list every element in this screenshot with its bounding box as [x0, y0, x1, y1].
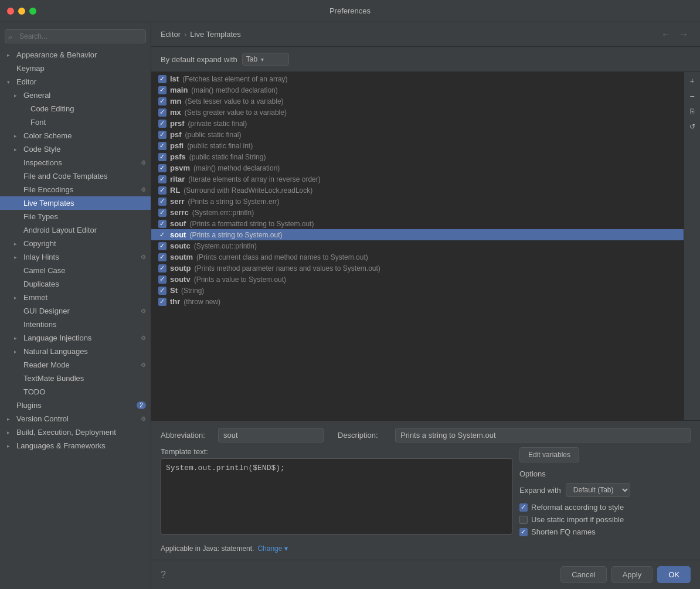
template-checkbox[interactable] [158, 198, 166, 206]
maximize-button[interactable] [29, 8, 36, 15]
back-button[interactable]: ← [659, 28, 673, 41]
template-row[interactable]: psvm (main() method declaration) [151, 162, 684, 173]
sidebar-items-container: ▸Appearance & BehaviorKeymap▾Editor▸Gene… [0, 48, 151, 452]
template-checkbox[interactable] [158, 287, 166, 295]
template-row[interactable]: main (main() method declaration) [151, 84, 684, 96]
minimize-button[interactable] [18, 8, 25, 15]
expand-with-dropdown[interactable]: Default (Tab)TabEnterSpace [566, 483, 630, 497]
template-description: (Prints a string to System.err) [188, 198, 280, 206]
option-checkbox-reformat[interactable] [519, 503, 528, 512]
template-checkbox[interactable] [158, 264, 166, 273]
sidebar-item-color-scheme[interactable]: ▸Color Scheme [0, 129, 151, 142]
template-row[interactable]: mx (Sets greater value to a variable) [151, 107, 684, 118]
cancel-button[interactable]: Cancel [560, 566, 606, 583]
sidebar-item-textmate-bundles[interactable]: TextMate Bundles [0, 372, 151, 385]
sidebar-item-inlay-hints[interactable]: ▸Inlay Hints⚙ [0, 250, 151, 264]
template-checkbox[interactable] [158, 164, 166, 172]
copy-template-button[interactable]: ⎘ [686, 105, 699, 118]
help-button[interactable]: ? [161, 570, 166, 580]
abbreviation-label: Abbreviation: [161, 431, 213, 440]
template-row[interactable]: psf (public static final) [151, 129, 684, 140]
sidebar-item-emmet[interactable]: ▸Emmet [0, 291, 151, 304]
add-template-button[interactable]: + [686, 74, 699, 87]
template-checkbox[interactable] [158, 231, 166, 239]
template-row[interactable]: prsf (private static final) [151, 118, 684, 129]
template-row[interactable]: psfi (public static final int) [151, 140, 684, 151]
template-checkbox[interactable] [158, 120, 166, 128]
template-row[interactable]: serr (Prints a string to System.err) [151, 196, 684, 207]
sidebar-item-duplicates[interactable]: Duplicates [0, 277, 151, 291]
abbreviation-input[interactable] [218, 428, 324, 442]
template-row[interactable]: St (String) [151, 285, 684, 296]
remove-template-button[interactable]: − [686, 90, 699, 103]
template-checkbox[interactable] [158, 131, 166, 139]
sidebar-item-live-templates[interactable]: Live Templates [0, 196, 151, 210]
sidebar-item-reader-mode[interactable]: Reader Mode⚙ [0, 358, 151, 372]
template-row[interactable]: soutc (System.out::println) [151, 240, 684, 251]
template-checkbox[interactable] [158, 75, 166, 83]
template-row[interactable]: ritar (Iterate elements of array in reve… [151, 173, 684, 185]
apply-button[interactable]: Apply [611, 566, 653, 583]
template-row[interactable]: soutm (Prints current class and method n… [151, 251, 684, 263]
option-checkbox-static-import[interactable] [519, 516, 528, 524]
sidebar-item-gui-designer[interactable]: GUI Designer⚙ [0, 304, 151, 318]
template-row[interactable]: psfs (public static final String) [151, 151, 684, 162]
template-row[interactable]: serrc (System.err::println) [151, 207, 684, 218]
template-checkbox[interactable] [158, 298, 166, 306]
sidebar-item-code-editing[interactable]: Code Editing [0, 102, 151, 115]
template-row[interactable]: mn (Sets lesser value to a variable) [151, 96, 684, 107]
sidebar-item-keymap[interactable]: Keymap [0, 62, 151, 75]
ok-button[interactable]: OK [657, 566, 691, 583]
sidebar-item-languages-frameworks[interactable]: ▸Languages & Frameworks [0, 439, 151, 452]
template-checkbox[interactable] [158, 209, 166, 217]
template-description: (private static final) [188, 120, 247, 128]
sidebar-item-camel-case[interactable]: Camel Case [0, 264, 151, 277]
reset-template-button[interactable]: ↺ [686, 120, 699, 133]
template-checkbox[interactable] [158, 242, 166, 250]
sidebar-item-general[interactable]: ▸General [0, 88, 151, 102]
template-checkbox[interactable] [158, 220, 166, 228]
sidebar-item-language-injections[interactable]: ▸Language Injections⚙ [0, 331, 151, 345]
template-row[interactable]: souf (Prints a formatted string to Syste… [151, 218, 684, 229]
sidebar-item-font[interactable]: Font [0, 115, 151, 129]
template-checkbox[interactable] [158, 175, 166, 183]
template-checkbox[interactable] [158, 275, 166, 284]
template-checkbox[interactable] [158, 86, 166, 94]
template-checkbox[interactable] [158, 97, 166, 105]
expand-dropdown[interactable]: Tab ▾ [242, 53, 289, 66]
sidebar-item-intentions[interactable]: Intentions [0, 318, 151, 331]
sidebar-item-build-execution-deployment[interactable]: ▸Build, Execution, Deployment [0, 425, 151, 439]
sidebar-item-editor[interactable]: ▾Editor [0, 75, 151, 88]
template-checkbox[interactable] [158, 186, 166, 195]
template-textarea[interactable] [161, 458, 512, 534]
forward-button[interactable]: → [677, 28, 691, 41]
change-link[interactable]: Change ▾ [257, 544, 287, 553]
sidebar-item-inspections[interactable]: Inspections⚙ [0, 156, 151, 169]
sidebar-item-appearance[interactable]: ▸Appearance & Behavior [0, 48, 151, 62]
template-row[interactable]: soutv (Prints a value to System.out) [151, 274, 684, 285]
template-row[interactable]: RL (Surround with ReadWriteLock.readLock… [151, 185, 684, 196]
close-button[interactable] [7, 8, 14, 15]
sidebar-item-code-style[interactable]: ▸Code Style [0, 142, 151, 156]
sidebar-item-android-layout-editor[interactable]: Android Layout Editor [0, 223, 151, 237]
template-row[interactable]: thr (throw new) [151, 296, 684, 307]
sidebar-item-natural-languages[interactable]: ▸Natural Languages [0, 345, 151, 358]
search-input[interactable] [5, 29, 146, 43]
template-checkbox[interactable] [158, 108, 166, 117]
sidebar-item-todo[interactable]: TODO [0, 385, 151, 399]
description-input[interactable] [395, 428, 691, 442]
sidebar-item-file-and-code-templates[interactable]: File and Code Templates [0, 169, 151, 183]
template-checkbox[interactable] [158, 153, 166, 161]
sidebar-item-file-types[interactable]: File Types [0, 210, 151, 223]
edit-variables-button[interactable]: Edit variables [519, 447, 579, 462]
template-row[interactable]: sout (Prints a string to System.out) [151, 229, 684, 240]
sidebar-item-file-encodings[interactable]: File Encodings⚙ [0, 183, 151, 196]
template-row[interactable]: soutp (Prints method parameter names and… [151, 263, 684, 274]
template-checkbox[interactable] [158, 253, 166, 261]
template-row[interactable]: lst (Fetches last element of an array) [151, 73, 684, 84]
option-checkbox-shorten-fq[interactable] [519, 528, 528, 536]
template-checkbox[interactable] [158, 142, 166, 150]
sidebar-item-copyright[interactable]: ▸Copyright [0, 237, 151, 250]
sidebar-item-plugins[interactable]: Plugins2 [0, 399, 151, 412]
sidebar-item-version-control[interactable]: ▸Version Control⚙ [0, 412, 151, 425]
